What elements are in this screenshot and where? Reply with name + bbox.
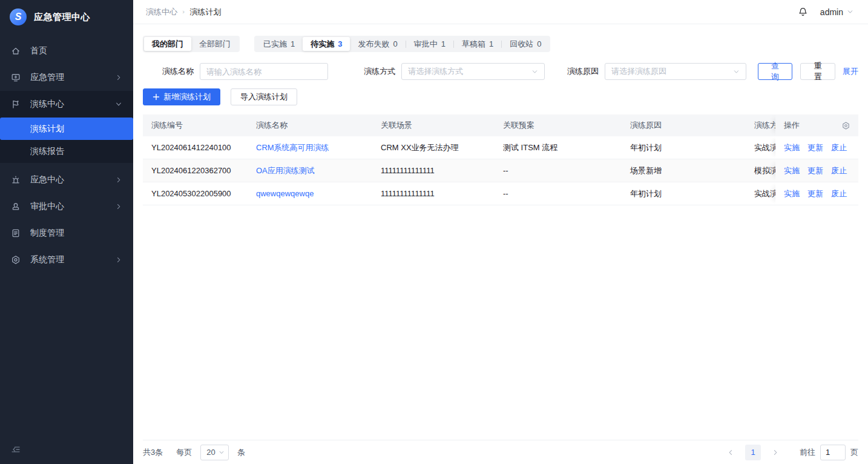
sidebar-item-policy-mgmt[interactable]: 制度管理 <box>0 220 133 247</box>
update-link[interactable]: 更新 <box>807 188 823 199</box>
pagination-left: 共3条 每页 20 条 <box>143 445 245 460</box>
cell-actions: 实施 更新 废止 <box>775 136 858 159</box>
tab-all-departments[interactable]: 全部部门 <box>191 37 238 51</box>
sidebar-item-drill-center[interactable]: 演练中心 <box>0 91 133 118</box>
username: admin <box>820 7 843 17</box>
tab-count: 1 <box>489 39 493 48</box>
drill-name-link[interactable]: OA应用演练测试 <box>256 166 315 175</box>
table-row[interactable]: YL2024061412240100 CRM系统高可用演练 CRM XX业务无法… <box>143 136 858 159</box>
col-drill-id: 演练编号 <box>143 120 248 131</box>
abolish-link[interactable]: 废止 <box>831 165 847 176</box>
cell-method: 模拟演练 <box>746 165 775 176</box>
col-drill-name: 演练名称 <box>248 120 372 131</box>
abolish-link[interactable]: 废止 <box>831 188 847 199</box>
chevron-down-icon <box>733 68 740 75</box>
col-actions-label: 操作 <box>784 120 800 131</box>
drill-method-label: 演练方式 <box>364 66 395 77</box>
drill-reason-select[interactable]: 请选择演练原因 <box>605 63 746 80</box>
pagination-bar: 共3条 每页 20 条 1 <box>143 440 858 464</box>
implement-link[interactable]: 实施 <box>784 188 800 199</box>
update-link[interactable]: 更新 <box>807 165 823 176</box>
expand-filters-link[interactable]: 展开 <box>843 66 858 77</box>
sidebar-item-label: 应急管理 <box>30 72 115 83</box>
cell-drill-id: YL2024053022005900 <box>143 189 248 198</box>
breadcrumb-parent[interactable]: 演练中心 <box>146 7 177 18</box>
cell-reason: 场景新增 <box>622 165 746 176</box>
sidebar-item-emergency-center[interactable]: 应急中心 <box>0 167 133 193</box>
tab-count: 0 <box>393 39 397 48</box>
sidebar-item-home[interactable]: 首页 <box>0 38 133 64</box>
tab-pending[interactable]: 待实施 3 <box>303 37 350 51</box>
drill-name-label: 演练名称 <box>162 66 194 77</box>
import-drill-plan-button[interactable]: 导入演练计划 <box>231 88 297 105</box>
drill-name-link[interactable]: qwewqewqewqe <box>256 189 314 198</box>
cell-scene: 11111111111111 <box>372 166 495 175</box>
table-row[interactable]: YL2024061220362700 OA应用演练测试 111111111111… <box>143 159 858 182</box>
app-logo-icon: S <box>10 8 27 25</box>
drill-method-select[interactable]: 请选择演练方式 <box>401 63 545 80</box>
drill-name-input[interactable] <box>200 63 328 80</box>
abolish-link[interactable]: 废止 <box>831 142 847 153</box>
collapse-sidebar-icon[interactable] <box>11 445 21 454</box>
goto-page-input[interactable] <box>820 445 846 460</box>
search-button[interactable]: 查询 <box>758 63 793 80</box>
stamp-icon <box>11 202 21 211</box>
bell-icon[interactable] <box>798 7 808 17</box>
drill-name-link[interactable]: CRM系统高可用演练 <box>256 143 329 152</box>
chevron-down-icon <box>531 68 538 75</box>
app-title: 应急管理中心 <box>34 12 90 23</box>
add-drill-plan-button[interactable]: 新增演练计划 <box>143 88 220 105</box>
implement-link[interactable]: 实施 <box>784 142 800 153</box>
tab-count: 0 <box>537 39 541 48</box>
tab-label: 发布失败 <box>358 39 389 50</box>
chevron-right-icon <box>115 74 122 81</box>
cell-scene: 11111111111111 <box>372 189 495 198</box>
implement-link[interactable]: 实施 <box>784 165 800 176</box>
chevron-right-icon <box>772 449 779 456</box>
tab-my-department[interactable]: 我的部门 <box>144 37 191 51</box>
column-settings-icon[interactable] <box>841 121 850 130</box>
sidebar-item-system-mgmt[interactable]: 系统管理 <box>0 247 133 273</box>
tab-in-approval[interactable]: 审批中 1 <box>406 37 453 51</box>
tab-count: 1 <box>291 39 295 48</box>
chevron-down-icon <box>847 8 853 15</box>
tab-publish-failed[interactable]: 发布失败 0 <box>350 37 405 51</box>
sidebar-item-label: 系统管理 <box>30 254 115 265</box>
tab-label: 草稿箱 <box>462 39 485 50</box>
cell-drill-id: YL2024061220362700 <box>143 166 248 175</box>
dept-tabs: 我的部门 全部部门 <box>143 36 240 52</box>
reset-button[interactable]: 重置 <box>800 63 835 80</box>
sidebar-header: S 应急管理中心 <box>0 0 133 34</box>
page-size-select[interactable]: 20 <box>200 445 229 460</box>
sidebar-item-label: 应急中心 <box>30 174 115 185</box>
page-number-button[interactable]: 1 <box>745 445 761 460</box>
cell-actions: 实施 更新 废止 <box>775 159 858 182</box>
page-suffix-label: 页 <box>850 447 858 458</box>
sidebar-item-approval-center[interactable]: 审批中心 <box>0 193 133 220</box>
content-spacer <box>143 205 858 440</box>
flag-icon <box>11 99 21 109</box>
sidebar-item-label: 首页 <box>30 45 122 56</box>
update-link[interactable]: 更新 <box>807 142 823 153</box>
cell-scene: CRM XX业务无法办理 <box>372 142 495 153</box>
chevron-right-icon <box>115 176 122 184</box>
tab-drafts[interactable]: 草稿箱 1 <box>454 37 501 51</box>
sidebar-item-emergency-mgmt[interactable]: 应急管理 <box>0 64 133 91</box>
tab-label: 回收站 <box>510 39 533 50</box>
goto-page: 前往 页 <box>800 445 858 460</box>
topbar-right: admin <box>798 7 853 17</box>
sidebar-item-drill-report[interactable]: 演练报告 <box>0 140 133 163</box>
drill-reason-label: 演练原因 <box>567 66 599 77</box>
user-menu[interactable]: admin <box>820 7 853 17</box>
chevron-down-icon <box>219 449 225 456</box>
table-row[interactable]: YL2024053022005900 qwewqewqewqe 11111111… <box>143 182 858 205</box>
sidebar-footer <box>0 435 133 464</box>
next-page-button[interactable] <box>768 445 783 460</box>
tab-implemented[interactable]: 已实施 1 <box>255 37 303 51</box>
col-scene: 关联场景 <box>372 120 495 131</box>
document-icon <box>11 228 21 238</box>
tab-recycle-bin[interactable]: 回收站 0 <box>502 37 549 51</box>
prev-page-button[interactable] <box>723 445 738 460</box>
chevron-left-icon <box>727 449 734 456</box>
sidebar-item-drill-plan[interactable]: 演练计划 <box>0 118 133 140</box>
